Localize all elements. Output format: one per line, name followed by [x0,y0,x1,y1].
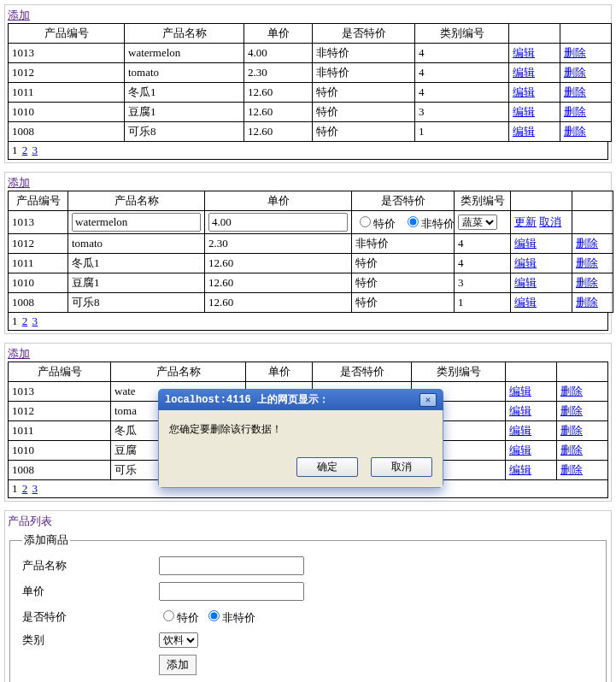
add-link-2[interactable]: 添加 [8,176,30,189]
cell-id: 1011 [9,83,125,103]
table-row: 1013watermelon4.00非特价4编辑删除 [9,44,612,63]
edit-link[interactable]: 编辑 [509,404,531,417]
edit-name-input[interactable] [72,213,201,232]
edit-link[interactable]: 编辑 [509,424,531,437]
pager-1: 1 2 3 [8,142,608,160]
pager-2: 1 2 3 [8,313,608,331]
form-submit-button[interactable]: 添加 [159,655,197,675]
page-3[interactable]: 3 [32,144,38,156]
delete-link[interactable]: 删除 [564,85,586,98]
edit-row: 1013 特价 非特价 蔬菜 更新 取消 [9,211,613,234]
col-special: 是否特价 [313,24,415,44]
edit-link[interactable]: 编辑 [509,463,531,476]
cell-price: 12.60 [244,83,313,103]
cell-special: 特价 [352,293,455,313]
delete-link[interactable]: 删除 [560,385,583,397]
cell-cat: 4 [415,63,509,83]
edit-category-select[interactable]: 蔬菜 [458,215,497,230]
label-unit-price: 单价 [22,584,159,599]
page-2[interactable]: 2 [22,315,28,327]
cell-id: 1012 [9,234,68,254]
edit-link[interactable]: 编辑 [509,385,531,397]
cell-price: 12.60 [205,273,352,293]
edit-notspecial-radio[interactable]: 非特价 [403,217,455,230]
delete-link[interactable]: 删除 [560,404,583,417]
cell-name: 冬瓜1 [68,254,205,273]
confirm-dialog: localhost:4116 上的网页显示： ✕ 您确定要删除该行数据！ 确定 … [158,389,443,488]
label-is-special: 是否特价 [22,609,159,625]
form-notspecial-radio[interactable]: 非特价 [204,608,255,626]
products-table-1: 产品编号 产品名称 单价 是否特价 类别编号 1013watermelon4.0… [8,23,612,142]
cell-special: 特价 [352,254,455,273]
cell-cat: 3 [415,103,509,122]
cell-name: 豆腐1 [68,273,205,293]
page-2[interactable]: 2 [22,144,28,156]
edit-link[interactable]: 编辑 [513,125,535,138]
page-2[interactable]: 2 [22,482,28,495]
cell-id: 1008 [9,461,111,480]
page-1: 1 [12,144,18,156]
table-row: 1012tomato2.30非特价4编辑删除 [9,63,612,83]
cell-name: 可乐8 [125,122,244,142]
edit-price-input[interactable] [208,213,348,232]
cell-cat: 1 [415,122,509,142]
edit-link[interactable]: 编辑 [513,46,535,59]
delete-link[interactable]: 删除 [564,46,586,59]
cell-id: 1011 [9,421,111,441]
delete-link[interactable]: 删除 [560,463,583,476]
dialog-ok-button[interactable]: 确定 [296,457,358,477]
dialog-close-button[interactable]: ✕ [419,393,437,407]
cell-name: tomato [68,234,205,254]
delete-link[interactable]: 删除 [576,256,598,269]
add-link-1[interactable]: 添加 [8,9,30,21]
edit-link[interactable]: 编辑 [514,296,537,309]
cancel-link[interactable]: 取消 [539,215,561,228]
products-table-2: 产品编号 产品名称 单价 是否特价 类别编号 1013 特价 非特价 蔬菜 更新… [8,191,613,313]
form-name-input[interactable] [159,556,304,575]
delete-link[interactable]: 删除 [560,424,583,437]
table-row: 1011冬瓜112.60特价4编辑删除 [9,254,613,273]
edit-link[interactable]: 编辑 [513,66,535,79]
table-row: 1011冬瓜112.60特价4编辑删除 [9,83,612,103]
cell-id: 1011 [9,254,68,273]
form-special-radio[interactable]: 特价 [159,608,199,626]
delete-link[interactable]: 删除 [576,276,598,289]
update-link[interactable]: 更新 [514,215,537,228]
cell-special: 特价 [313,83,415,103]
edit-link[interactable]: 编辑 [509,444,531,456]
cell-price: 2.30 [244,63,313,83]
col-name: 产品名称 [111,362,246,382]
delete-link[interactable]: 删除 [560,444,583,456]
cell-price: 4.00 [244,44,313,63]
page-3[interactable]: 3 [32,482,38,495]
cell-name: 豆腐1 [125,103,244,122]
cell-special: 特价 [313,103,415,122]
page-3[interactable]: 3 [32,315,38,327]
form-category-select[interactable]: 饮料 [159,632,198,648]
cell-cat: 4 [415,83,509,103]
delete-link[interactable]: 删除 [576,296,598,309]
edit-link[interactable]: 编辑 [514,256,537,269]
edit-link[interactable]: 编辑 [513,85,535,98]
cell-id: 1012 [9,63,125,83]
table-row: 1010豆腐112.60特价3编辑删除 [9,273,613,293]
form-price-input[interactable] [159,582,304,601]
cell-id: 1012 [9,402,111,421]
cell-name: 可乐8 [68,293,205,313]
cell-special: 非特价 [313,44,415,63]
col-name: 产品名称 [125,24,244,44]
delete-link[interactable]: 删除 [564,66,586,79]
delete-link[interactable]: 删除 [576,237,598,250]
col-cat: 类别编号 [455,191,511,211]
cell-name: 冬瓜1 [125,83,244,103]
product-list-heading: 产品列表 [8,514,608,529]
edit-special-radio[interactable]: 特价 [355,217,396,230]
edit-link[interactable]: 编辑 [514,237,537,250]
delete-link[interactable]: 删除 [564,125,586,138]
dialog-cancel-button[interactable]: 取消 [371,457,432,477]
add-link-3[interactable]: 添加 [8,347,30,360]
cell-id: 1008 [9,122,125,142]
edit-link[interactable]: 编辑 [513,105,535,118]
delete-link[interactable]: 删除 [564,105,586,118]
edit-link[interactable]: 编辑 [514,276,537,289]
